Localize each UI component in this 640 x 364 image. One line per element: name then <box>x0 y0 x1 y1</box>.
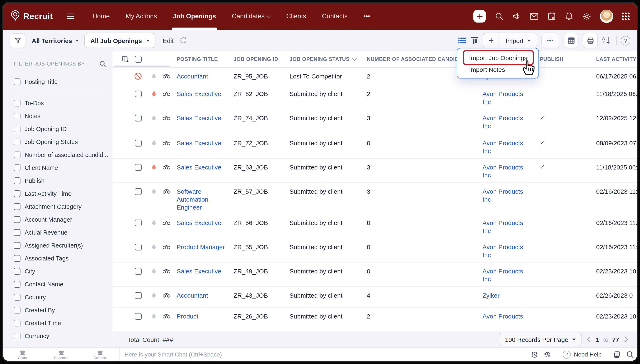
quick-view-binoculars-icon[interactable] <box>163 90 170 98</box>
client-name-link[interactable]: Avon Products Inc <box>483 243 523 258</box>
filter-checkbox[interactable] <box>14 112 21 119</box>
filter-checkbox[interactable] <box>14 177 21 184</box>
filter-checkbox[interactable] <box>14 281 21 288</box>
table-row[interactable]: Accountant ZR_95_JOB Lost To Competitor … <box>112 68 637 85</box>
customize-columns-icon[interactable] <box>122 56 129 62</box>
filter-checkbox[interactable] <box>14 151 21 158</box>
filter-checkbox[interactable] <box>14 126 21 132</box>
filter-item[interactable]: Job Opening Status <box>14 135 106 148</box>
more-actions-button[interactable]: ••• <box>541 32 559 48</box>
filter-checkbox[interactable] <box>14 255 21 262</box>
import-dropdown-button[interactable]: Import <box>499 33 537 48</box>
apps-grid-icon[interactable] <box>622 12 629 20</box>
filter-checkbox[interactable] <box>14 138 21 145</box>
row-checkbox[interactable] <box>135 220 142 226</box>
filter-checkbox[interactable] <box>14 229 21 236</box>
horizontal-scrollbar-thumb[interactable] <box>114 66 170 67</box>
user-avatar[interactable] <box>600 10 613 23</box>
filter-checkbox[interactable] <box>14 332 21 339</box>
print-button[interactable] <box>583 33 598 48</box>
posting-title-link[interactable]: Sales Executive <box>177 90 221 97</box>
records-per-page-selector[interactable]: 100 Records Per Page <box>499 333 582 346</box>
posting-title-link[interactable]: Sales Executive <box>177 114 221 122</box>
client-name-link[interactable]: Avon Products Inc <box>483 114 523 130</box>
quick-view-binoculars-icon[interactable] <box>163 140 170 147</box>
help-button[interactable]: ? <box>621 36 630 45</box>
posting-title-link[interactable]: Sales Executive <box>177 268 221 275</box>
filter-item[interactable]: Account Manager <box>14 213 106 226</box>
row-checkbox[interactable] <box>135 292 142 299</box>
chat-tab[interactable]: Chats <box>3 348 42 361</box>
table-row[interactable]: Sales Executive ZR_72_JOB Submitted by c… <box>112 134 637 158</box>
chat-tab[interactable]: Contacts <box>81 348 120 361</box>
filter-item[interactable]: To-Dos <box>14 96 106 109</box>
posting-title-link[interactable]: Accountant <box>177 292 208 299</box>
filter-item[interactable]: Assigned Recruiter(s) <box>14 239 106 252</box>
calendar-icon[interactable] <box>547 12 556 21</box>
row-checkbox[interactable] <box>135 244 142 250</box>
territory-selector[interactable]: All Territories <box>32 37 79 44</box>
filter-item[interactable]: Associated Tags <box>14 252 106 265</box>
client-name-link[interactable]: Avon Products Inc <box>483 164 523 179</box>
filter-item[interactable]: Last Activity Time <box>14 187 106 200</box>
filter-checkbox[interactable] <box>14 100 21 106</box>
filter-search-icon[interactable] <box>99 60 106 67</box>
mail-icon[interactable] <box>530 12 538 21</box>
filter-checkbox[interactable] <box>14 190 21 197</box>
announcements-icon[interactable] <box>512 12 521 21</box>
nav-item[interactable]: Contacts <box>316 3 354 30</box>
edit-view-button[interactable]: Edit <box>163 37 174 44</box>
nav-item[interactable]: Home <box>86 3 116 30</box>
filter-item[interactable]: Created Time <box>14 316 106 329</box>
filter-checkbox[interactable] <box>14 203 21 210</box>
quick-view-binoculars-icon[interactable] <box>163 292 170 299</box>
row-checkbox[interactable] <box>135 140 142 146</box>
smart-chat-input[interactable] <box>124 351 528 358</box>
client-name-link[interactable]: Avon Products Inc <box>483 90 523 105</box>
row-checkbox[interactable] <box>135 268 142 275</box>
kanban-view-icon[interactable] <box>471 37 479 44</box>
recruit-logo[interactable]: Recruit <box>11 10 53 23</box>
table-row[interactable]: Product ZR_26_JOB Submitted by client 2 … <box>112 308 637 331</box>
filter-checkbox[interactable] <box>14 78 21 85</box>
filter-checkbox[interactable] <box>14 306 21 313</box>
need-help-button[interactable]: ? Need Help <box>557 348 607 361</box>
table-row[interactable]: Product Manager ZR_55_JOB Submitted by c… <box>112 238 637 262</box>
filter-item[interactable]: Job Opening ID <box>14 122 106 135</box>
refresh-icon[interactable] <box>179 37 187 44</box>
filter-item[interactable]: Number of associated candid... <box>14 148 106 161</box>
row-checkbox[interactable] <box>135 115 142 122</box>
filter-item[interactable]: Client Name <box>14 161 106 174</box>
client-name-link[interactable]: Avon Products Inc <box>483 268 523 282</box>
filter-checkbox[interactable] <box>14 294 21 300</box>
posting-title-link[interactable]: Sales Executive <box>177 140 221 146</box>
filter-checkbox[interactable] <box>14 242 21 248</box>
prev-page-icon[interactable] <box>587 336 593 342</box>
posting-title-link[interactable]: Accountant <box>177 73 208 80</box>
table-row[interactable]: Sales Executive ZR_56_JOB Submitted by c… <box>112 214 637 238</box>
filter-item[interactable]: Posting Title <box>14 75 106 92</box>
filter-checkbox[interactable] <box>14 268 21 274</box>
row-checkbox[interactable] <box>135 313 142 320</box>
filter-item[interactable]: Actual Revenue <box>14 226 106 239</box>
chat-tab[interactable]: Channels <box>42 348 81 361</box>
filter-item[interactable]: Attachment Category <box>14 200 106 213</box>
nav-item[interactable]: Job Openings <box>166 3 222 30</box>
next-page-icon[interactable] <box>622 336 628 342</box>
row-checkbox[interactable] <box>135 188 142 195</box>
quick-view-binoculars-icon[interactable] <box>163 268 170 275</box>
client-name-link[interactable]: Zylker <box>483 292 500 299</box>
settings-gear-icon[interactable] <box>582 12 591 21</box>
filter-item[interactable]: City <box>14 265 106 278</box>
sort-az-icon[interactable]: A Z <box>602 36 612 45</box>
quick-view-binoculars-icon[interactable] <box>163 313 170 320</box>
filter-item[interactable]: Notes <box>14 109 106 122</box>
posting-title-link[interactable]: Product Manager <box>177 243 225 250</box>
filter-checkbox[interactable] <box>14 164 21 171</box>
col-publish[interactable]: PUBLISH <box>540 56 596 62</box>
quick-view-binoculars-icon[interactable] <box>163 73 170 80</box>
filter-checkbox[interactable] <box>14 320 21 326</box>
quick-view-binoculars-icon[interactable] <box>163 244 170 251</box>
posting-title-link[interactable]: Software Automation Engineer <box>177 188 208 211</box>
table-row[interactable]: Accountant ZR_43_JOB Submitted by client… <box>112 287 637 308</box>
